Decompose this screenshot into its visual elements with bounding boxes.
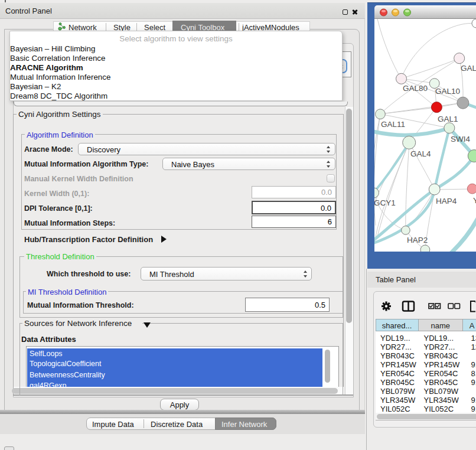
svg-text:SWI4: SWI4 xyxy=(451,135,470,144)
svg-text:Y: Y xyxy=(473,196,476,205)
svg-text:GAL80: GAL80 xyxy=(403,84,428,93)
svg-text:HAP2: HAP2 xyxy=(407,236,428,244)
svg-text:HAP4: HAP4 xyxy=(436,197,457,206)
svg-text:GCY1: GCY1 xyxy=(374,198,396,207)
svg-text:GAL4: GAL4 xyxy=(410,149,431,158)
svg-text:GAL1: GAL1 xyxy=(438,115,458,123)
svg-text:GAL11: GAL11 xyxy=(381,120,405,129)
svg-text:GAL2: GAL2 xyxy=(461,64,476,73)
svg-text:GAL10: GAL10 xyxy=(435,87,460,96)
